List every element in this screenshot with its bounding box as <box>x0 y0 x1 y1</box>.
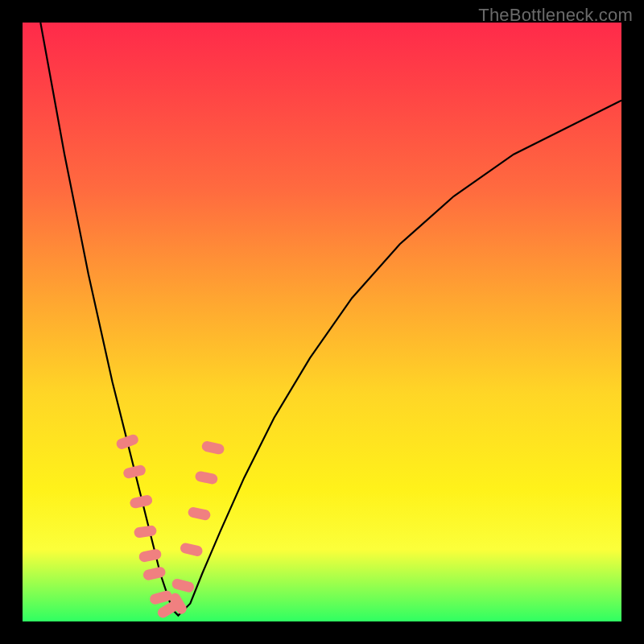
marker-point <box>138 548 162 563</box>
marker-point <box>194 470 218 485</box>
marker-point <box>180 542 204 557</box>
curve-layer <box>40 23 621 616</box>
marker-point <box>187 506 211 522</box>
watermark-text: TheBottleneck.com <box>478 5 633 26</box>
chart-svg <box>23 23 621 621</box>
marker-point <box>134 525 158 539</box>
marker-point <box>171 578 195 594</box>
marker-point <box>129 494 153 510</box>
marker-point <box>115 433 140 451</box>
chart-frame: TheBottleneck.com <box>0 0 644 644</box>
bottleneck-curve <box>40 23 621 616</box>
plot-area <box>23 23 621 621</box>
marker-point <box>122 464 147 479</box>
marker-point <box>201 440 225 456</box>
